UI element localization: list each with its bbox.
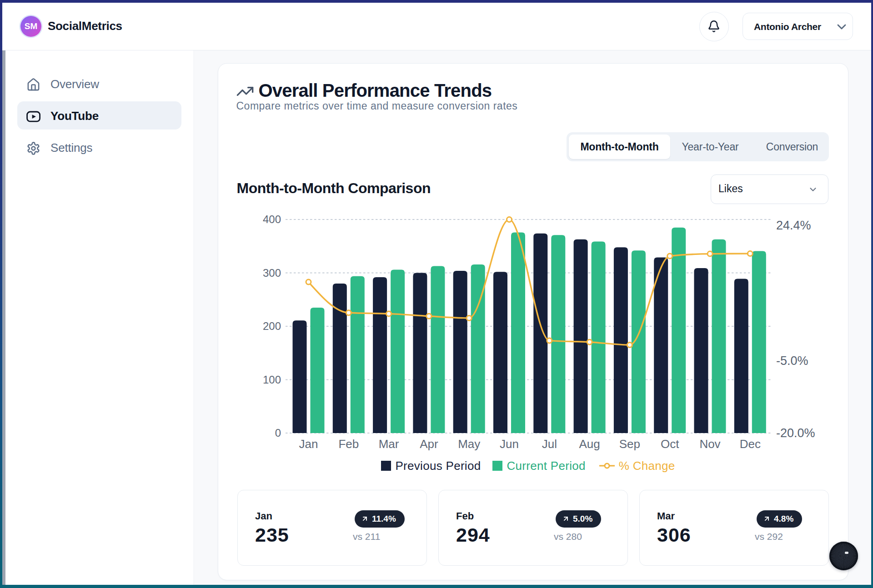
svg-text:Jan: Jan xyxy=(299,437,318,451)
svg-text:100: 100 xyxy=(263,374,281,386)
svg-text:300: 300 xyxy=(263,267,281,279)
svg-text:-20.0%: -20.0% xyxy=(776,426,815,440)
svg-text:Dec: Dec xyxy=(740,437,761,451)
svg-text:Jun: Jun xyxy=(500,437,519,451)
svg-text:0: 0 xyxy=(275,427,281,439)
svg-text:Mar: Mar xyxy=(379,437,399,451)
svg-text:24.4%: 24.4% xyxy=(776,219,811,232)
svg-text:Feb: Feb xyxy=(338,437,359,451)
svg-text:Aug: Aug xyxy=(579,437,600,451)
svg-text:Oct: Oct xyxy=(661,437,679,451)
svg-text:May: May xyxy=(458,437,480,451)
svg-text:Sep: Sep xyxy=(619,437,640,451)
svg-text:400: 400 xyxy=(263,214,281,225)
svg-text:200: 200 xyxy=(263,320,281,332)
svg-text:Jul: Jul xyxy=(542,437,557,451)
svg-text:Apr: Apr xyxy=(420,437,438,451)
svg-text:Nov: Nov xyxy=(699,437,720,451)
svg-text:-5.0%: -5.0% xyxy=(776,354,808,368)
